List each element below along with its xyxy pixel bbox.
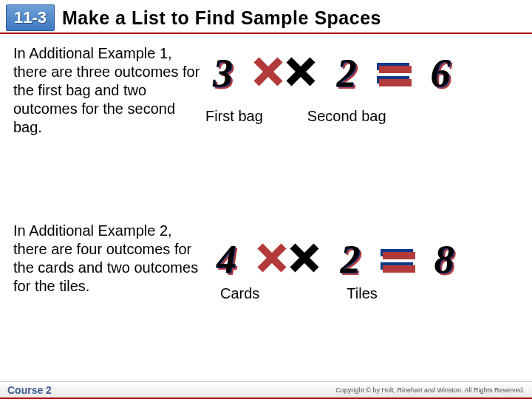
example-1-label1: First bag	[205, 108, 263, 125]
example-2: In Additional Example 2, there are four …	[13, 222, 519, 369]
copyright-text: Copyright © by Holt, Rinehart and Winsto…	[335, 386, 525, 394]
example-2-n1: 4 4 4	[216, 236, 236, 282]
example-2-result: 8 8 8	[434, 236, 454, 282]
example-1-text: In Additional Example 1, there are three…	[13, 44, 205, 137]
example-2-equation: 4 4 4 2 2 2 8 8 8	[216, 236, 454, 282]
example-2-text: In Additional Example 2, there are four …	[13, 222, 209, 296]
slide-footer: Course 2 Copyright © by Holt, Rinehart a…	[0, 381, 532, 399]
example-2-n2: 2 2 2	[340, 236, 360, 282]
example-1-equation: 3 3 3 2 2 2 6 6 6	[213, 50, 450, 96]
svg-rect-13	[383, 265, 415, 273]
course-label: Course 2	[7, 384, 52, 396]
lesson-number-tag: 11-3	[6, 4, 55, 31]
example-1-n1: 3 3 3	[213, 50, 233, 96]
multiply-icon	[253, 57, 316, 89]
svg-rect-12	[383, 252, 415, 259]
slide-header: 11-3 Make a List to Find Sample Spaces	[0, 0, 532, 34]
slide-title: Make a List to Find Sample Spaces	[62, 7, 381, 29]
example-2-label1: Cards	[220, 285, 259, 302]
example-2-label2: Tiles	[347, 285, 377, 302]
slide-content: In Additional Example 1, there are three…	[0, 34, 532, 352]
example-1: In Additional Example 1, there are three…	[13, 44, 519, 192]
svg-rect-5	[379, 79, 412, 86]
example-1-labels: First bag Second bag	[205, 108, 386, 125]
equals-icon	[377, 61, 409, 85]
example-1-label2: Second bag	[307, 108, 386, 125]
multiply-icon	[257, 243, 319, 276]
equals-icon	[381, 248, 413, 271]
example-1-result: 6 6 6	[430, 50, 450, 96]
example-2-labels: Cards Tiles	[220, 285, 378, 302]
svg-rect-4	[379, 66, 412, 73]
example-1-n2: 2 2 2	[336, 50, 356, 96]
